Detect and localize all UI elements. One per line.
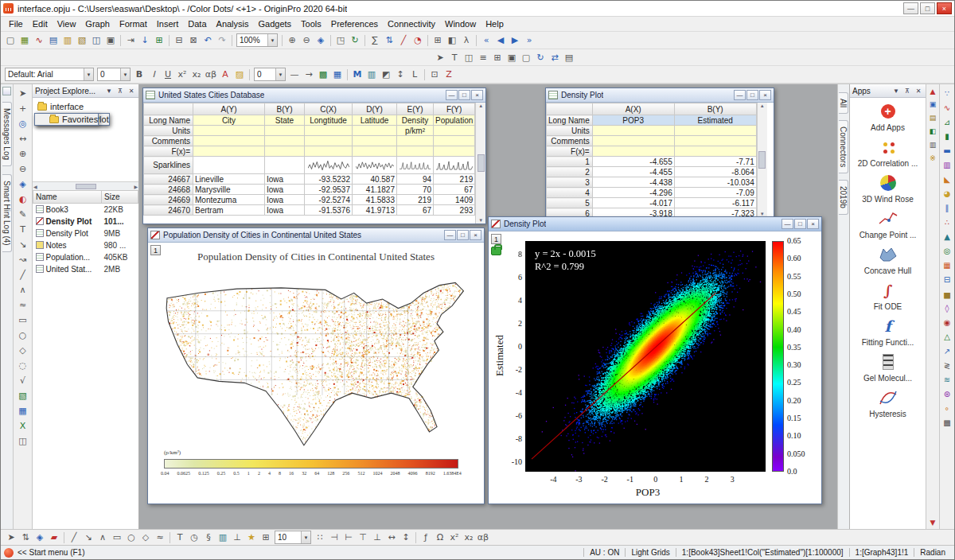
file-row[interactable]: Book3 22KB xyxy=(33,203,138,216)
palette-button[interactable]: ▦ xyxy=(330,68,345,81)
menu-item[interactable]: Data xyxy=(183,18,211,30)
undo-button[interactable]: ↶ xyxy=(201,33,215,47)
distribute-horizontal-button[interactable]: ↔ xyxy=(384,531,399,544)
menu-item[interactable]: Edit xyxy=(28,18,53,30)
area-plot-button[interactable]: ◣ xyxy=(941,172,954,186)
menu-item[interactable]: Preferences xyxy=(326,18,383,30)
us-map-canvas[interactable] xyxy=(161,278,471,446)
line-style-button[interactable]: — xyxy=(287,68,302,81)
app-item-fitting-function[interactable]: f Fitting Functi... xyxy=(852,316,924,347)
insert-equation-tool[interactable]: √ xyxy=(15,373,31,388)
row-number[interactable]: 2 xyxy=(547,167,593,177)
cell[interactable]: Iowa xyxy=(265,195,305,205)
cell[interactable]: -10.034 xyxy=(674,177,756,188)
close-button[interactable]: × xyxy=(937,2,952,14)
menu-item[interactable]: Tools xyxy=(296,18,326,30)
subscript-button[interactable]: x₂ xyxy=(189,68,204,81)
align-left-edge-button[interactable]: ⊣ xyxy=(327,531,341,544)
apps-gallery-button[interactable]: ▣ xyxy=(927,98,939,110)
sparkline-population[interactable] xyxy=(434,157,475,174)
violin-plot-button[interactable]: ◊ xyxy=(941,301,954,315)
long-name-cell[interactable]: POP3 xyxy=(592,115,674,126)
column-plot-button[interactable]: ▮ xyxy=(941,129,954,143)
tree-item-favorites[interactable]: Favorites xyxy=(34,113,99,126)
row-label[interactable]: Long Name xyxy=(547,115,593,126)
app-item-fit-ode[interactable]: ∫ Fit ODE xyxy=(852,280,924,311)
move-plot-button[interactable]: ◈ xyxy=(33,531,47,544)
line-symbol-plot-button[interactable]: ⊿ xyxy=(941,115,954,129)
menu-item[interactable]: Window xyxy=(440,18,481,30)
fill-color-button[interactable]: ▩ xyxy=(316,68,330,81)
units-cell[interactable] xyxy=(305,126,353,136)
mask-button[interactable]: ◔ xyxy=(411,33,425,47)
bubble-plot-button[interactable]: ∘ xyxy=(941,401,954,415)
chevron-down-icon[interactable]: ▼ xyxy=(301,531,310,543)
rectangle-tool[interactable]: ▭ xyxy=(15,313,31,328)
add-date-time-button[interactable]: ◷ xyxy=(187,531,201,544)
restore-button[interactable]: □ xyxy=(457,230,469,240)
add-xy-scaler-button[interactable]: ⊥ xyxy=(230,531,244,544)
layer-properties-button[interactable]: ◩ xyxy=(379,68,393,81)
first-window-button[interactable]: « xyxy=(479,33,493,47)
previous-window-button[interactable]: ◀ xyxy=(493,33,508,47)
pointer-tool[interactable]: ➤ xyxy=(15,86,31,101)
pin-icon[interactable]: ⊼ xyxy=(115,86,125,95)
add-text-object-button[interactable]: T xyxy=(447,51,462,64)
units-cell[interactable] xyxy=(193,126,265,136)
reorder-button[interactable]: ⇅ xyxy=(18,531,33,544)
add-text-tool-button[interactable]: T xyxy=(173,531,187,544)
chevron-down-icon[interactable]: ▼ xyxy=(267,34,277,46)
scatter-plot-button[interactable]: ∵ xyxy=(941,86,954,100)
redo-button[interactable]: ↷ xyxy=(215,33,229,47)
app-item-add-apps[interactable]: + Add Apps xyxy=(852,101,924,132)
long-name-cell[interactable]: Density xyxy=(397,115,434,126)
paste-button[interactable]: ⊠ xyxy=(186,33,201,47)
apps-dock-tab[interactable]: All xyxy=(839,92,848,114)
column-header[interactable]: E(Y) xyxy=(397,103,434,115)
child-title-bar[interactable]: Population Density of Cities in Continen… xyxy=(148,228,484,243)
app-item-hysteresis[interactable]: Hysteresis xyxy=(852,387,924,418)
import-ascii-button[interactable]: ↓ xyxy=(138,33,152,47)
font-size-combo[interactable]: 0▼ xyxy=(97,68,131,81)
restore-button[interactable]: □ xyxy=(458,90,470,100)
new-polygon-button[interactable]: ◇ xyxy=(138,531,153,544)
snap-to-grid-button[interactable]: ∷ xyxy=(313,531,327,544)
axis-dialog-button[interactable]: ↕ xyxy=(393,68,407,81)
new-circle-button[interactable]: ○ xyxy=(124,531,138,544)
cell[interactable]: 70 xyxy=(397,185,434,195)
cell[interactable]: -4.438 xyxy=(592,177,674,188)
long-name-cell[interactable]: State xyxy=(265,115,305,126)
row-label[interactable]: Comments xyxy=(144,136,193,146)
radar-chart-button[interactable]: ⊛ xyxy=(941,387,954,401)
row-label[interactable]: Comments xyxy=(547,136,593,146)
cell[interactable]: 94 xyxy=(397,174,434,185)
cell[interactable]: Bertram xyxy=(193,205,265,216)
polar-plot-button[interactable]: ◉ xyxy=(941,315,954,329)
new-matrix-button[interactable]: ▤ xyxy=(46,33,60,47)
file-row[interactable]: Density Plot 101... xyxy=(33,216,138,228)
sparkline-density[interactable] xyxy=(397,157,434,174)
arrow-style-button[interactable]: → xyxy=(302,68,316,81)
line-width-combo[interactable]: 0▼ xyxy=(254,68,286,81)
object-size-combo[interactable]: 10▼ xyxy=(275,531,311,544)
minimize-button[interactable]: — xyxy=(444,230,456,240)
child-title-bar[interactable]: United States Cities Database — □ × xyxy=(143,88,485,103)
add-star-button[interactable]: ★ xyxy=(244,531,259,544)
refresh-button[interactable]: ↻ xyxy=(348,33,362,47)
font-combo[interactable]: Default: Arial▼ xyxy=(5,68,94,81)
corner-cell[interactable] xyxy=(547,103,593,115)
corner-cell[interactable] xyxy=(144,103,193,115)
cell[interactable]: -4.296 xyxy=(592,188,674,198)
cell[interactable]: -91.5376 xyxy=(305,205,353,216)
color-chooser-button[interactable]: ▰ xyxy=(47,531,61,544)
master-template-button[interactable]: M xyxy=(350,68,364,81)
distribute-vertical-button[interactable]: ↕ xyxy=(399,531,413,544)
menu-item[interactable]: Analysis xyxy=(212,18,254,30)
scroll-down-button[interactable]: ▼ xyxy=(927,516,939,528)
units-cell[interactable] xyxy=(353,126,397,136)
fit-linear-button[interactable]: ╱ xyxy=(396,33,411,47)
app-item-2d-correlation[interactable]: 2D Correlation ... xyxy=(852,137,924,168)
cell[interactable]: 67 xyxy=(397,205,434,216)
cell[interactable]: Montezuma xyxy=(193,195,265,205)
dock-tab[interactable]: Smart Hint Log (4) xyxy=(2,174,12,252)
